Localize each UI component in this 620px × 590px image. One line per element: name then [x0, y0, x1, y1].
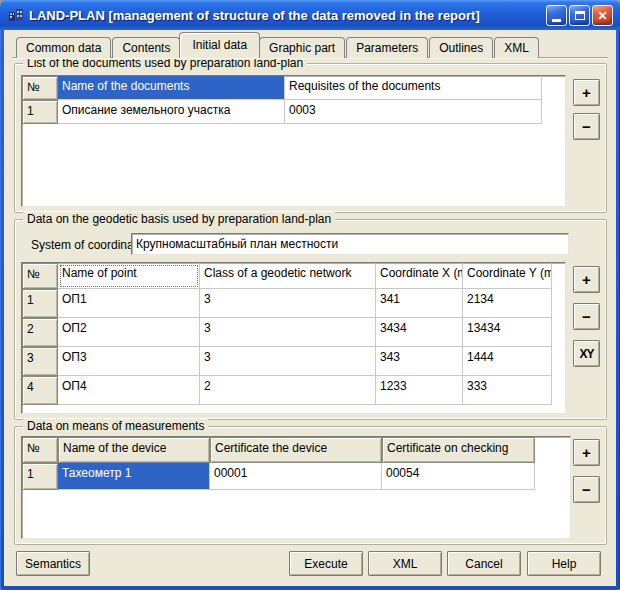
table-row: 3 ОП3 3 343 1444 — [22, 347, 565, 376]
point-class-cell[interactable]: 3 — [200, 318, 376, 347]
table-row: 1 Описание земельного участка 0003 — [22, 100, 565, 124]
table-row: 4 ОП4 2 1233 333 — [22, 376, 565, 405]
add-device-button[interactable]: + — [573, 439, 600, 466]
row-header-cell[interactable]: 1 — [22, 463, 58, 490]
close-button[interactable]: ✕ — [592, 5, 613, 26]
measurements-grid: № Name of the device Certificate the dev… — [21, 436, 571, 539]
col-header-cert-check: Certificate on checking — [382, 437, 535, 463]
point-y-cell[interactable]: 333 — [463, 376, 552, 405]
execute-button[interactable]: Execute — [289, 551, 363, 576]
help-button[interactable]: Help — [527, 551, 601, 576]
point-x-cell[interactable]: 341 — [376, 289, 463, 318]
geodetic-grid: № Name of point Class of a geodetic netw… — [21, 262, 566, 414]
point-x-cell[interactable]: 3434 — [376, 318, 463, 347]
col-header-coordinate-x: Coordinate X (m) — [376, 263, 463, 289]
col-header-doc-name: Name of the documents — [58, 76, 285, 100]
measurements-group-title: Data on means of measurements — [23, 419, 208, 433]
geodetic-section: Data on the geodetic basis used by prepa… — [14, 219, 607, 420]
row-header-cell[interactable]: 2 — [22, 318, 58, 347]
col-header-class: Class of a geodetic network — [200, 263, 376, 289]
point-y-cell[interactable]: 1444 — [463, 347, 552, 376]
cancel-button[interactable]: Cancel — [447, 551, 521, 576]
row-header-cell[interactable]: 3 — [22, 347, 58, 376]
table-row: 2 ОП2 3 3434 13434 — [22, 318, 565, 347]
remove-document-button[interactable]: − — [573, 113, 600, 140]
remove-point-button[interactable]: − — [573, 303, 600, 330]
device-check-cell[interactable]: 00054 — [382, 463, 535, 490]
window-controls: ✕ — [546, 5, 613, 26]
measurements-section: Data on means of measurements № Name of … — [14, 426, 607, 545]
row-header-cell[interactable]: 4 — [22, 376, 58, 405]
window: LAND-PLAN [management of structure of th… — [0, 0, 620, 590]
point-x-cell[interactable]: 343 — [376, 347, 463, 376]
point-name-cell[interactable]: ОП1 — [58, 289, 200, 318]
point-class-cell[interactable]: 2 — [200, 376, 376, 405]
row-header-cell[interactable]: 1 — [22, 100, 58, 124]
point-name-cell[interactable]: ОП2 — [58, 318, 200, 347]
add-point-button[interactable]: + — [573, 266, 600, 293]
col-header-device-name: Name of the device — [58, 437, 210, 463]
doc-requisites-cell[interactable]: 0003 — [285, 100, 542, 124]
close-icon: ✕ — [597, 10, 607, 22]
tab-graphic-part[interactable]: Graphic part — [259, 37, 345, 58]
col-header-num: № — [22, 76, 58, 100]
add-document-button[interactable]: + — [573, 79, 600, 106]
col-header-point-name: Name of point — [58, 263, 200, 289]
col-header-num: № — [22, 263, 58, 289]
app-icon — [8, 7, 24, 23]
table-row: 1 ОП1 3 341 2134 — [22, 289, 565, 318]
tab-xml[interactable]: XML — [494, 37, 539, 58]
col-header-cert-device: Certificate the device — [210, 437, 382, 463]
tab-contents[interactable]: Contents — [112, 37, 180, 58]
col-header-requisites: Requisites of the documents — [285, 76, 542, 100]
point-class-cell[interactable]: 3 — [200, 289, 376, 318]
tab-initial-data[interactable]: Initial data — [179, 32, 260, 58]
dialog-client-area: Common data Contents Initial data Graphi… — [4, 30, 616, 586]
col-header-num: № — [22, 437, 58, 463]
tab-outlines[interactable]: Outlines — [429, 37, 493, 58]
point-class-cell[interactable]: 3 — [200, 347, 376, 376]
tab-bar: Common data Contents Initial data Graphi… — [16, 32, 540, 58]
documents-section: List of the documents used by preparatio… — [14, 63, 607, 213]
col-header-coordinate-y: Coordinate Y (m) — [463, 263, 552, 289]
device-cert-cell[interactable]: 00001 — [210, 463, 382, 490]
point-y-cell[interactable]: 2134 — [463, 289, 552, 318]
maximize-icon — [575, 11, 585, 20]
table-row: 1 Тахеометр 1 00001 00054 — [22, 463, 570, 490]
semantics-button[interactable]: Semantics — [16, 551, 90, 576]
geodetic-group-title: Data on the geodetic basis used by prepa… — [23, 212, 335, 226]
point-y-cell[interactable]: 13434 — [463, 318, 552, 347]
row-header-cell[interactable]: 1 — [22, 289, 58, 318]
tab-parameters[interactable]: Parameters — [346, 37, 428, 58]
remove-device-button[interactable]: − — [573, 476, 600, 503]
xml-button[interactable]: XML — [368, 551, 442, 576]
minimize-icon — [552, 19, 561, 22]
documents-grid: № Name of the documents Requisites of th… — [21, 75, 566, 207]
xy-button[interactable]: XY — [573, 340, 600, 367]
maximize-button[interactable] — [569, 5, 590, 26]
tab-common-data[interactable]: Common data — [16, 37, 111, 58]
doc-name-cell[interactable]: Описание земельного участка — [58, 100, 285, 124]
titlebar[interactable]: LAND-PLAN [management of structure of th… — [0, 0, 620, 30]
device-name-cell[interactable]: Тахеометр 1 — [58, 463, 210, 490]
point-x-cell[interactable]: 1233 — [376, 376, 463, 405]
system-of-coordinates-input[interactable] — [131, 233, 569, 255]
point-name-cell[interactable]: ОП3 — [58, 347, 200, 376]
point-name-cell[interactable]: ОП4 — [58, 376, 200, 405]
window-title: LAND-PLAN [management of structure of th… — [29, 8, 480, 23]
minimize-button[interactable] — [546, 5, 567, 26]
